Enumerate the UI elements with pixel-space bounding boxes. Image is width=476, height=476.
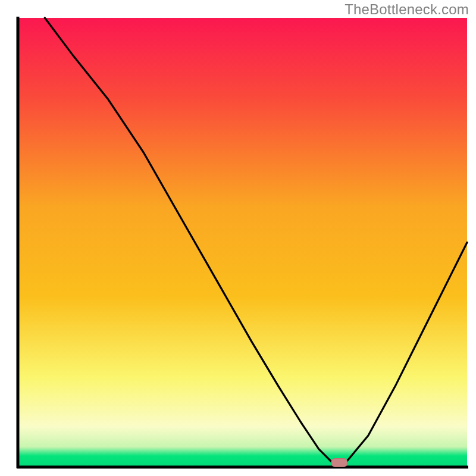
chart-container: TheBottleneck.com: [0, 0, 476, 476]
watermark-text: TheBottleneck.com: [345, 1, 469, 18]
gradient-background: [18, 18, 467, 467]
bottleneck-chart: [0, 0, 476, 476]
optimal-marker: [331, 459, 347, 467]
